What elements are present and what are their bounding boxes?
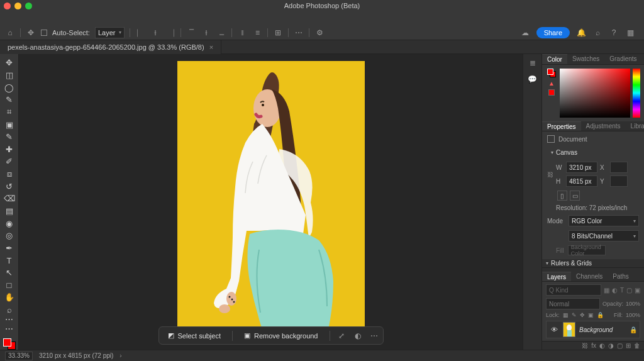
- layer-mask-icon[interactable]: ◐: [599, 342, 605, 349]
- color-panel-swatch[interactable]: [548, 89, 555, 96]
- dodge-tool[interactable]: ◎: [2, 230, 17, 242]
- tab-patterns[interactable]: Patterns: [642, 54, 644, 64]
- home-icon[interactable]: ⌂: [5, 28, 15, 38]
- bell-icon[interactable]: 🔔: [576, 28, 586, 38]
- quick-select-tool[interactable]: ✎: [2, 94, 17, 106]
- layer-row-background[interactable]: 👁 Background 🔒: [546, 321, 640, 338]
- align-right-icon[interactable]: ⎹: [165, 28, 175, 38]
- opacity-value[interactable]: 100%: [626, 301, 640, 307]
- lock-trans-icon[interactable]: ▦: [563, 312, 569, 318]
- document-tab[interactable]: pexels-anastasiya-gepp-654466-2065200.jp…: [0, 40, 221, 54]
- help-icon[interactable]: ?: [609, 28, 619, 38]
- tab-swatches[interactable]: Swatches: [567, 54, 604, 64]
- gradient-tool[interactable]: ▤: [2, 205, 17, 218]
- hand-tool[interactable]: ✋: [2, 291, 17, 304]
- eraser-tool[interactable]: ⌫: [2, 192, 17, 205]
- path-select-tool[interactable]: ↖: [2, 267, 17, 279]
- layer-name-label[interactable]: Background: [579, 326, 613, 333]
- tab-layers[interactable]: Layers: [542, 272, 571, 282]
- traffic-light-close[interactable]: [4, 3, 11, 9]
- delete-layer-icon[interactable]: 🗑: [634, 342, 640, 349]
- color-field[interactable]: [560, 69, 630, 118]
- transform-icon[interactable]: ⤢: [336, 331, 347, 341]
- more-align-icon[interactable]: ⊞: [273, 28, 283, 38]
- history-brush-tool[interactable]: ↺: [2, 180, 17, 192]
- width-input[interactable]: 3210 px: [566, 162, 597, 173]
- visibility-toggle[interactable]: 👁: [549, 326, 559, 333]
- filter-pixel-icon[interactable]: ▦: [604, 287, 609, 294]
- adjustment-icon[interactable]: ◐: [353, 331, 363, 341]
- brush-tool[interactable]: ✐: [2, 155, 17, 168]
- select-subject-button[interactable]: ◩ Select subject: [163, 329, 226, 342]
- cloud-icon[interactable]: ☁: [520, 28, 530, 38]
- blur-tool[interactable]: ◉: [2, 217, 17, 230]
- canvas-area[interactable]: ◩ Select subject ▣ Remove background ⤢ ◐…: [19, 54, 523, 350]
- clone-stamp-tool[interactable]: ⧈: [2, 168, 17, 181]
- traffic-light-maximize[interactable]: [25, 3, 32, 9]
- share-button[interactable]: Share: [536, 27, 570, 38]
- new-adjustment-icon[interactable]: ◑: [608, 342, 614, 349]
- lasso-tool[interactable]: ◯: [2, 81, 17, 94]
- more-icon[interactable]: ⋯: [369, 331, 379, 341]
- search-icon[interactable]: ⌕: [592, 28, 602, 38]
- auto-select-dropdown[interactable]: Layer: [95, 27, 125, 38]
- align-left-icon[interactable]: ⎸: [135, 28, 145, 38]
- fill-opacity-value[interactable]: 100%: [626, 312, 640, 318]
- crop-tool[interactable]: ⌗: [2, 106, 17, 119]
- lock-paint-icon[interactable]: ✎: [572, 312, 577, 318]
- canvas-section-header[interactable]: Canvas: [547, 147, 639, 158]
- traffic-light-minimize[interactable]: [14, 3, 21, 9]
- y-input[interactable]: [610, 175, 628, 187]
- tab-channels[interactable]: Channels: [571, 272, 608, 282]
- auto-select-checkbox[interactable]: [41, 30, 47, 36]
- workspace-icon[interactable]: ▦: [625, 28, 635, 38]
- tab-libraries[interactable]: Libraries: [626, 121, 644, 131]
- layer-filter-select[interactable]: Q Kind: [546, 284, 601, 296]
- distribute-h-icon[interactable]: ⦀: [237, 28, 247, 38]
- blend-mode-select[interactable]: Normal: [546, 298, 600, 309]
- tab-gradients[interactable]: Gradients: [604, 54, 641, 64]
- filter-type-icon[interactable]: T: [620, 287, 624, 294]
- remove-background-button[interactable]: ▣ Remove background: [239, 329, 323, 342]
- align-top-icon[interactable]: ⎺: [186, 28, 196, 38]
- align-center-v-icon[interactable]: ⫲: [201, 28, 211, 38]
- tab-adjustments[interactable]: Adjustments: [581, 121, 626, 131]
- edit-toolbar[interactable]: ⋯: [2, 322, 17, 335]
- document-image[interactable]: [177, 61, 365, 343]
- new-group-icon[interactable]: ▢: [617, 342, 623, 349]
- 3d-mode-icon[interactable]: ⋯: [294, 28, 304, 38]
- move-tool-icon[interactable]: ✥: [26, 28, 36, 38]
- align-center-h-icon[interactable]: ⫲: [150, 28, 160, 38]
- layer-fx-icon[interactable]: fx: [591, 342, 596, 349]
- frame-tool[interactable]: ▣: [2, 118, 17, 131]
- marquee-tool[interactable]: ◫: [2, 69, 17, 82]
- shape-tool[interactable]: □: [2, 279, 17, 292]
- tab-properties[interactable]: Properties: [542, 121, 581, 131]
- color-panel-fgbg[interactable]: [547, 69, 556, 77]
- layer-thumbnail[interactable]: [563, 322, 575, 337]
- move-tool[interactable]: ✥: [2, 57, 17, 69]
- chevron-right-icon[interactable]: ›: [119, 352, 121, 359]
- filter-smart-icon[interactable]: ▣: [635, 287, 640, 294]
- rulers-grids-section-header[interactable]: Rulers & Grids: [542, 259, 644, 268]
- color-mode-select[interactable]: RGB Color: [569, 215, 639, 226]
- lock-pos-icon[interactable]: ✥: [580, 312, 585, 318]
- lock-icon[interactable]: 🔒: [630, 326, 637, 333]
- fill-select[interactable]: Background Color: [568, 245, 606, 255]
- history-panel-icon[interactable]: ≣: [528, 58, 538, 68]
- link-layers-icon[interactable]: ⛓: [582, 342, 588, 349]
- tab-color[interactable]: Color: [542, 54, 567, 64]
- hue-slider[interactable]: [633, 69, 640, 118]
- gear-icon[interactable]: ⚙: [314, 28, 325, 38]
- bit-depth-select[interactable]: 8 Bits/Channel: [569, 230, 639, 242]
- type-tool[interactable]: T: [2, 254, 17, 267]
- warning-icon[interactable]: ▲: [548, 80, 555, 87]
- zoom-level-input[interactable]: 33.33%: [5, 352, 33, 360]
- filter-shape-icon[interactable]: ▢: [626, 287, 632, 294]
- tab-paths[interactable]: Paths: [608, 272, 634, 282]
- lock-all-icon[interactable]: 🔒: [597, 312, 604, 318]
- foreground-color-swatch[interactable]: [3, 338, 11, 347]
- x-input[interactable]: [610, 162, 628, 173]
- eyedropper-tool[interactable]: ✎: [2, 131, 17, 143]
- healing-tool[interactable]: ✚: [2, 143, 17, 155]
